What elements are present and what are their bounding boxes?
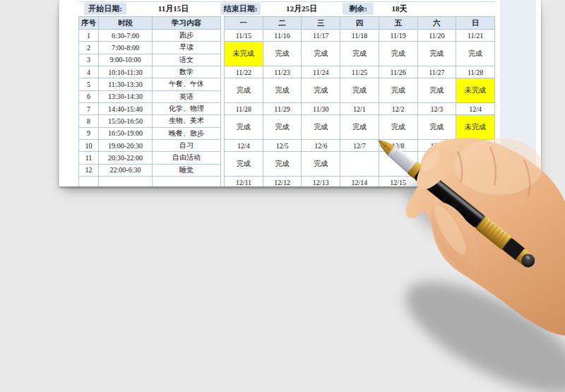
calendar-date-cell[interactable]: 11/20 bbox=[417, 30, 456, 42]
calendar-date-cell[interactable]: 11/26 bbox=[379, 66, 417, 78]
calendar-date-cell[interactable]: 11/28 bbox=[456, 66, 495, 78]
calendar-date-cell[interactable]: 11/21 bbox=[456, 30, 495, 42]
time-slot-cell[interactable] bbox=[99, 176, 153, 186]
calendar-status-cell[interactable] bbox=[379, 152, 417, 177]
row-number-cell[interactable]: 7 bbox=[79, 102, 99, 114]
end-date-label[interactable]: 结束日期: bbox=[220, 3, 261, 15]
calendar-status-cell[interactable]: 完成 bbox=[340, 78, 379, 103]
start-date-label[interactable]: 开始日期: bbox=[84, 3, 126, 15]
time-slot-cell[interactable]: 9:00-10:00 bbox=[99, 54, 153, 66]
calendar-date-cell[interactable]: 12/1 bbox=[340, 102, 379, 114]
row-number-cell[interactable]: 2 bbox=[79, 42, 99, 54]
remaining-value[interactable]: 18天 bbox=[374, 3, 425, 15]
calendar-status-cell[interactable]: 完成 bbox=[379, 42, 417, 66]
calendar-date-cell[interactable]: 11/25 bbox=[340, 66, 379, 78]
time-slot-cell[interactable]: 10:10-11:30 bbox=[99, 66, 153, 78]
time-slot-cell[interactable]: 13:30-14:30 bbox=[99, 90, 153, 102]
start-date-value[interactable]: 11月15日 bbox=[126, 3, 220, 15]
calendar-status-cell[interactable]: 完成 bbox=[225, 78, 263, 103]
calendar-date-cell[interactable]: 12/12 bbox=[263, 176, 302, 186]
calendar-date-cell[interactable]: 11/17 bbox=[302, 30, 340, 42]
calendar-date-cell[interactable]: 12/11 bbox=[225, 176, 263, 186]
row-number-cell[interactable] bbox=[79, 176, 99, 186]
calendar-date-cell[interactable]: 12/5 bbox=[263, 139, 302, 151]
time-slot-cell[interactable]: 6:30-7:00 bbox=[99, 30, 153, 42]
time-slot-cell[interactable]: 14:40-15:40 bbox=[99, 102, 153, 114]
calendar-status-cell[interactable]: 完成 bbox=[340, 115, 379, 140]
row-number-cell[interactable]: 8 bbox=[79, 115, 99, 127]
calendar-status-cell[interactable]: 完成 bbox=[302, 115, 340, 140]
calendar-status-cell[interactable]: 完成 bbox=[379, 78, 417, 103]
calendar-date-cell[interactable]: 12/13 bbox=[302, 176, 340, 186]
calendar-status-cell[interactable]: 完成 bbox=[340, 42, 379, 66]
calendar-date-cell[interactable]: 12/7 bbox=[340, 139, 379, 151]
calendar-date-cell[interactable] bbox=[456, 139, 495, 151]
row-number-cell[interactable]: 3 bbox=[79, 54, 99, 66]
calendar-status-cell[interactable]: 完成 bbox=[302, 42, 340, 66]
row-number-cell[interactable]: 1 bbox=[79, 30, 99, 42]
calendar-status-cell[interactable]: 完成 bbox=[417, 42, 456, 66]
time-slot-cell[interactable]: 11:30-13:30 bbox=[99, 78, 153, 90]
calendar-status-cell[interactable]: 完成 bbox=[302, 152, 340, 177]
row-number-cell[interactable]: 4 bbox=[79, 66, 99, 78]
study-content-cell[interactable]: 跑步 bbox=[153, 30, 221, 42]
calendar-date-cell[interactable]: 12/4 bbox=[456, 102, 495, 114]
study-content-cell[interactable]: 早读 bbox=[153, 42, 221, 54]
study-content-cell[interactable]: 语文 bbox=[153, 54, 221, 66]
calendar-date-cell[interactable]: 11/27 bbox=[417, 66, 456, 78]
calendar-status-cell[interactable]: 完成 bbox=[302, 78, 340, 103]
calendar-date-cell[interactable] bbox=[417, 176, 456, 186]
calendar-status-cell[interactable] bbox=[417, 152, 456, 177]
calendar-date-cell[interactable]: 11/22 bbox=[225, 66, 263, 78]
study-content-cell[interactable]: 自习 bbox=[153, 139, 221, 151]
time-slot-cell[interactable]: 15:50-16:50 bbox=[99, 115, 153, 127]
calendar-date-cell[interactable]: 11/24 bbox=[302, 66, 340, 78]
row-number-cell[interactable]: 11 bbox=[79, 152, 99, 164]
calendar-date-cell[interactable]: 11/16 bbox=[263, 30, 302, 42]
calendar-status-cell[interactable]: 完成 bbox=[456, 42, 495, 66]
study-content-cell[interactable]: 自由活动 bbox=[153, 152, 221, 164]
calendar-status-cell[interactable]: 未完成 bbox=[456, 78, 495, 103]
study-content-cell[interactable] bbox=[153, 176, 221, 186]
end-date-value[interactable]: 12月25日 bbox=[261, 3, 343, 15]
time-slot-cell[interactable]: 20:30-22:00 bbox=[99, 152, 153, 164]
study-content-cell[interactable]: 化学、物理 bbox=[153, 102, 221, 114]
calendar-status-cell[interactable]: 完成 bbox=[263, 78, 302, 103]
calendar-date-cell[interactable] bbox=[456, 176, 495, 186]
calendar-date-cell[interactable]: 12/3 bbox=[417, 102, 456, 114]
row-number-cell[interactable]: 6 bbox=[79, 90, 99, 102]
row-number-cell[interactable]: 12 bbox=[79, 164, 99, 176]
calendar-status-cell[interactable]: 完成 bbox=[263, 152, 302, 177]
calendar-date-cell[interactable]: 11/30 bbox=[302, 102, 340, 114]
calendar-date-cell[interactable]: 12/14 bbox=[340, 176, 379, 186]
calendar-status-cell[interactable]: 完成 bbox=[379, 115, 417, 140]
calendar-status-cell[interactable]: 完成 bbox=[225, 115, 263, 140]
time-slot-cell[interactable]: 7:00-8:00 bbox=[99, 42, 153, 54]
calendar-date-cell[interactable]: 12/4 bbox=[225, 139, 263, 151]
calendar-date-cell[interactable]: 11/19 bbox=[379, 30, 417, 42]
row-number-cell[interactable]: 5 bbox=[79, 78, 99, 90]
time-slot-cell[interactable]: 16:50-19:00 bbox=[99, 127, 153, 139]
study-content-cell[interactable]: 数学 bbox=[153, 66, 221, 78]
calendar-date-cell[interactable]: 12/6 bbox=[302, 139, 340, 151]
calendar-date-cell[interactable]: 11/29 bbox=[263, 102, 302, 114]
study-content-cell[interactable]: 晚餐、散步 bbox=[153, 127, 221, 139]
calendar-date-cell[interactable]: 11/23 bbox=[263, 66, 302, 78]
calendar-status-cell[interactable] bbox=[456, 152, 495, 177]
remaining-label[interactable]: 剩余: bbox=[343, 3, 374, 15]
calendar-status-cell[interactable]: 未完成 bbox=[225, 42, 263, 66]
time-slot-cell[interactable]: 19:00-20:30 bbox=[99, 139, 153, 151]
calendar-date-cell[interactable]: 12/15 bbox=[379, 176, 417, 186]
calendar-date-cell[interactable]: 12/9 bbox=[417, 139, 456, 151]
study-content-cell[interactable]: 英语 bbox=[153, 90, 221, 102]
calendar-date-cell[interactable]: 12/2 bbox=[379, 102, 417, 114]
calendar-date-cell[interactable]: 11/18 bbox=[340, 30, 379, 42]
calendar-status-cell[interactable]: 完成 bbox=[263, 42, 302, 66]
calendar-status-cell[interactable]: 完成 bbox=[263, 115, 302, 140]
study-content-cell[interactable]: 午餐、午休 bbox=[153, 78, 221, 90]
calendar-date-cell[interactable]: 11/15 bbox=[225, 30, 263, 42]
calendar-date-cell[interactable]: 11/28 bbox=[225, 102, 263, 114]
study-content-cell[interactable]: 睡觉 bbox=[153, 164, 221, 176]
row-number-cell[interactable]: 10 bbox=[79, 139, 99, 151]
calendar-status-cell[interactable]: 完成 bbox=[417, 78, 456, 103]
